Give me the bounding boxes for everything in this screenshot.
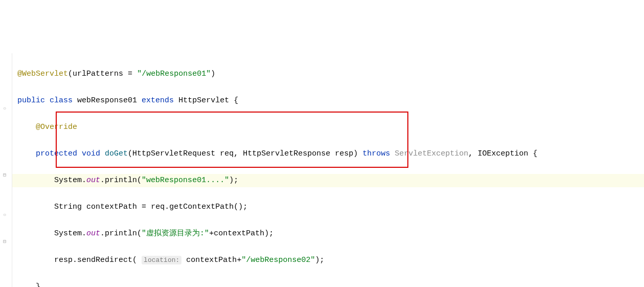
code-line-highlight: System.out.println("webResponse01...."); bbox=[12, 174, 644, 187]
override-gutter-icon[interactable]: ○ bbox=[3, 209, 9, 215]
parameter-hint: location: bbox=[142, 256, 181, 264]
code-line: } bbox=[17, 280, 644, 287]
fold-icon[interactable]: ⊟ bbox=[3, 169, 9, 175]
code-line: @Override bbox=[17, 121, 644, 134]
code-line: String contextPath = req.getContextPath(… bbox=[17, 201, 644, 214]
code-line: protected void doGet(HttpServletRequest … bbox=[17, 147, 644, 161]
annotation: @WebServlet bbox=[17, 70, 68, 78]
code-line: public class webResponse01 extends HttpS… bbox=[17, 94, 644, 107]
code-line: @WebServlet(urlPatterns = "/webResponse0… bbox=[17, 68, 644, 81]
code-area[interactable]: @WebServlet(urlPatterns = "/webResponse0… bbox=[12, 53, 644, 287]
gutter: ○ ⊟ ○ ⊟ bbox=[0, 53, 12, 287]
fold-icon[interactable]: ⊟ bbox=[3, 235, 9, 241]
override-gutter-icon[interactable]: ○ bbox=[3, 102, 9, 108]
code-line: resp.sendRedirect( location: contextPath… bbox=[17, 254, 644, 267]
code-line: System.out.println("虚拟资源目录为:"+contextPat… bbox=[17, 227, 644, 240]
code-editor[interactable]: ○ ⊟ ○ ⊟ @WebServlet(urlPatterns = "/webR… bbox=[0, 53, 644, 287]
